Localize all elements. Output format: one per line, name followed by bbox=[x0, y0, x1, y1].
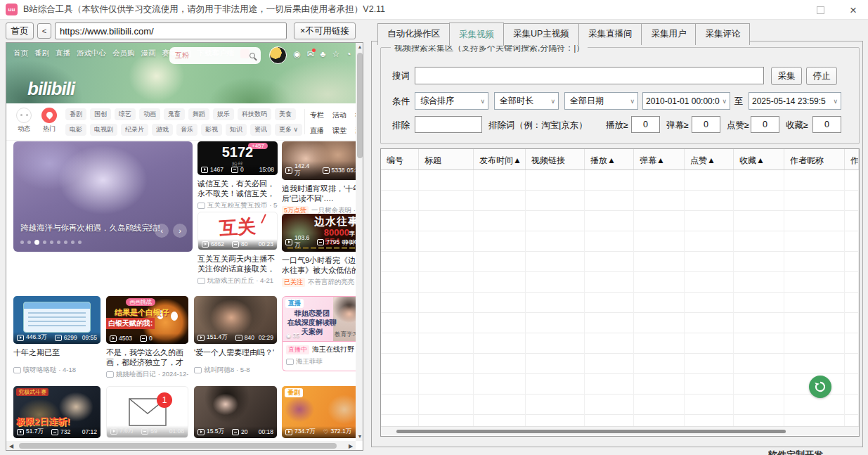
live-author[interactable]: 海王菲菲 bbox=[286, 357, 356, 366]
column-header[interactable]: 弹幕▲ bbox=[634, 149, 685, 169]
close-button[interactable]: × bbox=[850, 4, 857, 16]
live-card[interactable]: 直播 菲姐恋爱团 在线深度解读聊 天案例 ◉ 35 教育学习 直播中海王在线打野… bbox=[282, 296, 356, 371]
video-card[interactable]: 互关 68628000:23 互关互关两天内主播不关注你的话直接取关， 玩游戏王… bbox=[197, 212, 278, 286]
back-button[interactable]: < bbox=[37, 23, 51, 39]
video-thumbnail[interactable]: +457 5172 粉丝 1467015:08 bbox=[197, 141, 278, 175]
category-pill[interactable]: 美食 bbox=[275, 108, 296, 120]
search-icon[interactable] bbox=[250, 53, 255, 58]
carousel-dot[interactable] bbox=[78, 241, 82, 244]
video-card[interactable]: 1 7.6万5901:08 bbox=[106, 386, 188, 438]
maximize-button[interactable] bbox=[817, 6, 824, 14]
carousel-dot[interactable] bbox=[43, 241, 46, 244]
video-thumbnail[interactable]: 画画挑战 结果是个白银仔 白银天赋的我: 45030 bbox=[106, 296, 188, 344]
shortcut-hot[interactable]: 热门 bbox=[37, 108, 61, 134]
video-author[interactable]: 互关互粉互赞互投币 · 5-7 bbox=[197, 201, 278, 210]
category-pill[interactable]: 游戏 bbox=[152, 124, 173, 136]
side-link[interactable]: 课堂 bbox=[332, 126, 346, 136]
video-card[interactable]: 151.4万84002:29 '爱一个人需要理由吗？' 就叫阿德8 · 5-8 bbox=[194, 296, 277, 375]
nav-home[interactable]: 首页 bbox=[13, 49, 28, 58]
video-card[interactable]: +457 5172 粉丝 1467015:08 诚信互关，有关必回，永不取关！诚… bbox=[197, 141, 278, 210]
results-body[interactable] bbox=[381, 170, 859, 426]
sort-order-select[interactable]: 综合排序∨ bbox=[415, 92, 488, 110]
category-pill[interactable]: 影视 bbox=[201, 124, 222, 136]
video-card[interactable]: 446.3万629909:55 十年之期已至 咳呀咯咯哒 · 4-18 bbox=[13, 296, 101, 375]
category-pill[interactable]: 电影 bbox=[65, 124, 86, 136]
category-pill[interactable]: 科技数码 bbox=[238, 108, 271, 120]
category-pill[interactable]: 更多 ∨ bbox=[275, 124, 302, 136]
video-author[interactable]: 姚姚绘画日记 · 2024-12-12 bbox=[106, 370, 188, 379]
carousel-dot[interactable] bbox=[71, 241, 75, 244]
category-pill[interactable]: 电视剧 bbox=[90, 124, 117, 136]
tab-automation[interactable]: 自动化操作区 bbox=[377, 23, 450, 45]
column-header[interactable]: 发布时间▲ bbox=[474, 149, 526, 169]
invalid-link-button[interactable]: ×不可用链接 bbox=[294, 23, 356, 39]
category-pill[interactable]: 动画 bbox=[139, 108, 160, 120]
video-title[interactable]: 不是，我学这么久的画画，都经济独立了，才白银天赋？？？？ bbox=[106, 347, 188, 367]
video-thumbnail[interactable]: 究极武斗赛 极限2日连斩! 51.7万73207:12 bbox=[13, 386, 101, 438]
video-title[interactable]: '爱一个人需要理由吗？' bbox=[194, 347, 277, 357]
scroll-right-arrow[interactable]: ▶ bbox=[346, 443, 356, 449]
video-thumbnail[interactable]: 151.4万84002:29 bbox=[194, 296, 277, 344]
horizontal-scrollbar[interactable]: ◀ ▶ bbox=[6, 441, 356, 451]
bilibili-search-box[interactable]: 互粉 bbox=[169, 47, 261, 64]
category-pill[interactable]: 番剧 bbox=[65, 108, 86, 120]
category-pill[interactable]: 国创 bbox=[90, 108, 111, 120]
video-author[interactable]: 就叫阿德8 · 5-8 bbox=[194, 366, 277, 375]
nav-bangumi[interactable]: 番剧 bbox=[34, 49, 49, 58]
category-pill[interactable]: 综艺 bbox=[115, 108, 136, 120]
video-thumbnail[interactable]: 1 7.6万5901:08 bbox=[106, 386, 188, 438]
video-thumbnail[interactable]: 15.5万2000:18 bbox=[194, 386, 277, 438]
min-danmaku-input[interactable]: 0 bbox=[692, 116, 720, 133]
column-header[interactable]: 播放▲ bbox=[585, 149, 634, 169]
scroll-left-arrow[interactable]: ◀ bbox=[6, 443, 16, 449]
video-title[interactable]: 诚信互关，有关必回，永不取关！诚信互关，有关必回，互粉… bbox=[197, 179, 278, 198]
column-header[interactable]: 收藏▲ bbox=[734, 149, 784, 169]
category-pill[interactable]: 舞蹈 bbox=[188, 108, 209, 120]
scroll-up-arrow[interactable]: ▲ bbox=[356, 43, 363, 51]
tab-collect-up-videos[interactable]: 采集UP主视频 bbox=[503, 23, 579, 45]
carousel-prev-button[interactable]: ‹ bbox=[155, 224, 169, 238]
min-likes-input[interactable]: 0 bbox=[751, 116, 779, 133]
column-header[interactable]: 作者昵称 bbox=[784, 149, 845, 169]
history-icon[interactable]: ◔ bbox=[346, 49, 351, 59]
tab-collect-video[interactable]: 采集视频 bbox=[449, 23, 504, 46]
video-author[interactable]: 玩游戏王的丘丘 · 4-21 bbox=[197, 276, 278, 286]
nav-game-center[interactable]: 游戏中心 bbox=[77, 49, 106, 58]
exclude-input[interactable] bbox=[415, 116, 482, 133]
video-thumbnail[interactable]: 446.3万629909:55 bbox=[13, 296, 101, 344]
side-link[interactable]: 活动 bbox=[332, 110, 346, 120]
category-pill[interactable]: 知识 bbox=[226, 124, 247, 136]
video-author[interactable]: 咳呀咯咯哒 · 4-18 bbox=[13, 366, 101, 375]
video-thumbnail[interactable]: 边水往事 80000字 554 分钟 103.6万779509:14:1 bbox=[282, 214, 356, 252]
video-author[interactable]: 已关注不善言辞的亮亮 · 4-22 bbox=[282, 278, 356, 287]
video-card[interactable]: 142.4万533805:3 追我时通宵双排，'十年后'已读不回'…. 5万点赞… bbox=[282, 141, 356, 215]
video-card[interactable]: 边水往事 80000字 554 分钟 103.6万779509:14:1 一口气… bbox=[282, 214, 356, 287]
category-pill[interactable]: 音乐 bbox=[176, 124, 197, 136]
home-button[interactable]: 首页 bbox=[6, 23, 34, 39]
video-thumbnail[interactable]: 142.4万533805:3 bbox=[282, 141, 356, 180]
date-to-picker[interactable]: 2025-05-14 23:59:5∨ bbox=[749, 92, 841, 110]
carousel-next-button[interactable]: › bbox=[173, 224, 187, 238]
scroll-down-arrow[interactable]: ▼ bbox=[356, 432, 363, 441]
live-thumbnail[interactable]: 直播 菲姐恋爱团 在线深度解读聊 天案例 ◉ 35 教育学习 bbox=[282, 296, 356, 342]
keyword-input[interactable] bbox=[415, 67, 764, 84]
video-card[interactable]: 画画挑战 结果是个白银仔 白银天赋的我: 45030 不是，我学这么久的画画，都… bbox=[106, 296, 188, 379]
carousel-dot[interactable] bbox=[57, 241, 60, 244]
tab-collect-users[interactable]: 采集用户 bbox=[641, 23, 696, 45]
dynamic-icon[interactable]: ♣ bbox=[320, 49, 326, 59]
tab-collect-comments[interactable]: 采集评论 bbox=[695, 23, 750, 45]
category-pill[interactable]: 娱乐 bbox=[213, 108, 234, 120]
nav-live[interactable]: 直播 bbox=[56, 49, 70, 58]
category-pill[interactable]: 纪录片 bbox=[121, 124, 148, 136]
category-pill[interactable]: 鬼畜 bbox=[164, 108, 185, 120]
duration-filter-select[interactable]: 全部时长∨ bbox=[494, 92, 559, 110]
category-pill[interactable]: 资讯 bbox=[250, 124, 271, 136]
video-thumbnail[interactable]: 互关 68628000:23 bbox=[197, 212, 278, 250]
column-header[interactable]: 作 bbox=[845, 149, 859, 169]
scroll-thumb[interactable] bbox=[19, 443, 337, 449]
video-card[interactable]: 番剧 734.7万♡372.1万 bbox=[282, 386, 356, 438]
collect-button[interactable]: 采集 bbox=[771, 67, 802, 85]
shortcut-dynamic[interactable]: 动态 bbox=[12, 108, 36, 134]
date-from-picker[interactable]: 2010-01-01 00:00:0∨ bbox=[642, 92, 730, 110]
carousel-dot[interactable] bbox=[27, 241, 31, 244]
